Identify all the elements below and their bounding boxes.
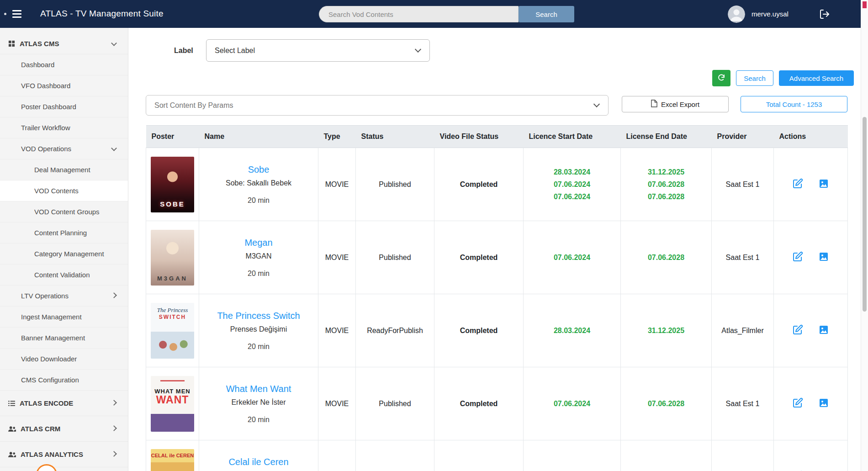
username: merve.uysal xyxy=(752,10,789,18)
poster-thumbnail[interactable]: CELAL ile CEREN xyxy=(151,449,194,471)
actions-cell xyxy=(774,148,848,221)
poster-thumbnail[interactable]: M3GAN xyxy=(151,230,194,286)
provider: Saat Est 1 xyxy=(712,148,774,221)
actions-cell xyxy=(774,294,848,367)
edit-icon[interactable] xyxy=(792,324,803,337)
content-type: MOVIE xyxy=(318,440,356,471)
sidebar-group-atlas-encode[interactable]: ATLAS ENCODE xyxy=(0,391,128,416)
users-icon xyxy=(8,451,16,458)
total-count-badge[interactable]: Total Count - 1253 xyxy=(741,96,847,112)
sidebar-item-label: Trailer Workflow xyxy=(21,124,70,132)
page-scrollbar[interactable] xyxy=(861,0,868,471)
content-subtitle: Prenses Değişimi xyxy=(206,325,312,333)
vod-contents-table: Poster Name Type Status Video File Statu… xyxy=(146,125,848,471)
content-title-link[interactable]: Celal ile Ceren xyxy=(206,457,312,467)
sidebar-item-vod-content-groups[interactable]: VOD Content Groups xyxy=(0,201,128,222)
column-header-provider: Provider xyxy=(712,126,774,148)
vod-search-input[interactable] xyxy=(319,6,519,22)
sidebar-item-vod-contents[interactable]: VOD Contents xyxy=(0,180,128,201)
actions-cell xyxy=(774,367,848,440)
poster-thumbnail[interactable]: WHAT MEN WANT xyxy=(151,376,194,432)
sidebar-item-vod-operations[interactable]: VOD Operations xyxy=(0,138,128,159)
column-header-license-end: License End Date xyxy=(621,126,712,148)
logout-icon[interactable] xyxy=(819,9,830,21)
license-end-dates: 07.06.2028 xyxy=(621,221,712,294)
content-type: MOVIE xyxy=(318,221,356,294)
advanced-search-button[interactable]: Advanced Search xyxy=(779,70,854,86)
refresh-button[interactable] xyxy=(712,70,730,86)
content-duration: 20 min xyxy=(206,416,312,424)
column-header-poster: Poster xyxy=(146,126,199,148)
sidebar-item-label: Video Downloader xyxy=(21,355,77,363)
content-type: MOVIE xyxy=(318,367,356,440)
sidebar-item-label: VOD Operations xyxy=(21,145,71,153)
sidebar-item-ingest-management[interactable]: Ingest Management xyxy=(0,307,128,328)
sidebar-item-content-validation[interactable]: Content Validation xyxy=(0,265,128,286)
sidebar-item-poster-dashboard[interactable]: Poster Dashboard xyxy=(0,96,128,117)
licence-start-dates: 28.03.2024 07.06.2024 07.06.2024 xyxy=(524,148,621,221)
content-type: MOVIE xyxy=(318,294,356,367)
sidebar-item-content-planning[interactable]: Content Planning xyxy=(0,222,128,243)
sidebar-group-label: ATLAS ANALYTICS xyxy=(21,450,83,458)
poster-title-text: WANT xyxy=(156,395,189,405)
edit-icon[interactable] xyxy=(792,251,803,264)
sort-select[interactable]: Sort Content By Params xyxy=(146,95,609,116)
sidebar-item-deal-management[interactable]: Deal Management xyxy=(0,159,128,180)
sidebar-item-trailer-workflow[interactable]: Trailer Workflow xyxy=(0,117,128,138)
menu-toggle-icon[interactable] xyxy=(12,10,21,17)
list-icon xyxy=(8,400,15,407)
licence-start-dates: 28.03.2024 xyxy=(524,440,621,471)
image-icon[interactable] xyxy=(818,251,829,264)
poster-title-text: M3GAN xyxy=(157,275,188,282)
image-icon[interactable] xyxy=(818,324,829,337)
sidebar-item-banner-management[interactable]: Banner Management xyxy=(0,328,128,349)
sidebar-item-label: Poster Dashboard xyxy=(21,103,76,111)
column-header-licence-start: Licence Start Date xyxy=(524,126,621,148)
sidebar-item-label: Content Planning xyxy=(34,229,87,237)
label-caption: Label xyxy=(174,47,193,55)
video-file-status: Completed xyxy=(434,294,524,367)
edit-icon[interactable] xyxy=(792,178,803,191)
sidebar-item-label: VFO Dashboard xyxy=(21,82,70,90)
scrollbar-thumb[interactable] xyxy=(863,117,867,312)
content-title-link[interactable]: What Men Want xyxy=(206,384,312,394)
image-icon[interactable] xyxy=(818,178,829,191)
sidebar-group-atlas-cms[interactable]: ATLAS CMS xyxy=(0,33,128,54)
column-header-video-file-status: Video File Status xyxy=(434,126,524,148)
sidebar-item-ltv-operations[interactable]: LTV Operations xyxy=(0,286,128,307)
label-select[interactable]: Select Label xyxy=(206,39,430,62)
sidebar-item-vfo-dashboard[interactable]: VFO Dashboard xyxy=(0,75,128,96)
sidebar-item-label: VOD Contents xyxy=(34,187,79,195)
avatar[interactable] xyxy=(728,5,745,23)
content-status: Published xyxy=(356,367,434,440)
sidebar-item-category-management[interactable]: Category Management xyxy=(0,243,128,265)
sidebar-item-video-downloader[interactable]: Video Downloader xyxy=(0,349,128,370)
grid-icon xyxy=(8,40,15,47)
provider: Saat Est 1 xyxy=(712,221,774,294)
content-title-link[interactable]: The Princess Switch xyxy=(206,311,312,321)
sidebar-group-atlas-crm[interactable]: ATLAS CRM xyxy=(0,416,128,442)
table-row: WHAT MEN WANT What Men Want Erkekler Ne … xyxy=(146,367,848,440)
license-end-dates: 31.12.2025 xyxy=(621,440,712,471)
chevron-down-icon xyxy=(111,40,117,46)
sidebar-item-cms-configuration[interactable]: CMS Configuration xyxy=(0,370,128,391)
sidebar-item-dashboard[interactable]: Dashboard xyxy=(0,54,128,75)
excel-export-button[interactable]: Excel Export xyxy=(622,96,729,112)
poster-thumbnail[interactable]: The Princess SWITCH xyxy=(151,303,194,359)
content-title-link[interactable]: Megan xyxy=(206,238,312,248)
refresh-icon xyxy=(717,74,725,83)
sidebar-item-label: Ingest Management xyxy=(21,313,82,321)
filter-search-button[interactable]: Search xyxy=(736,70,773,86)
column-header-name: Name xyxy=(199,126,318,148)
license-end-dates: 31.12.2025 07.06.2028 07.06.2028 xyxy=(621,148,712,221)
image-icon[interactable] xyxy=(818,397,829,410)
video-file-status: Completed xyxy=(434,440,524,471)
actions-cell xyxy=(774,440,848,471)
poster-thumbnail[interactable]: SOBE xyxy=(151,157,194,212)
content-title-link[interactable]: Sobe xyxy=(206,164,312,175)
edit-icon[interactable] xyxy=(792,397,803,410)
content-duration: 20 min xyxy=(206,343,312,351)
chevron-right-icon xyxy=(111,292,117,298)
vod-search-button[interactable]: Search xyxy=(519,6,574,22)
sidebar-group-atlas-analytics[interactable]: ATLAS ANALYTICS xyxy=(0,442,128,467)
